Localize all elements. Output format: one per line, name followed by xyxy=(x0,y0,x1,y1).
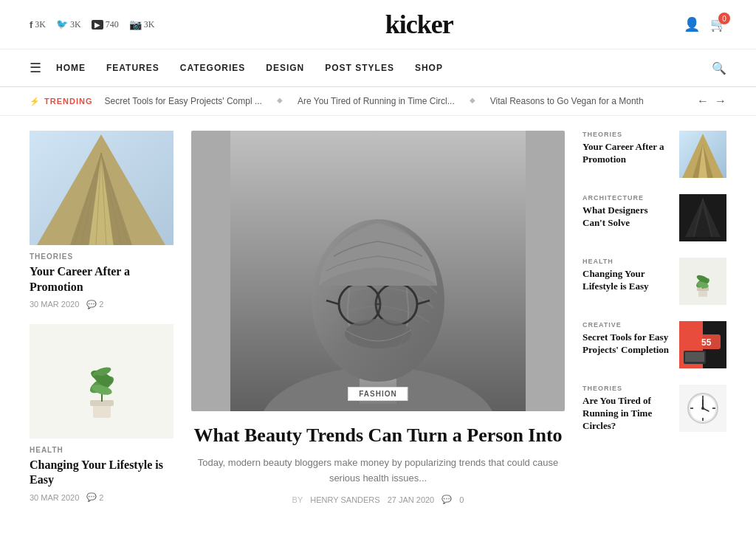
card-building-image xyxy=(30,131,173,245)
sidebar-thumb-3 xyxy=(679,258,726,305)
card-title-lifestyle[interactable]: Changing Your Lifestyle is Easy xyxy=(30,458,173,489)
center-column: FASHION What Beauty Trends Can Turn a Pe… xyxy=(191,131,565,517)
nav-home[interactable]: HOME xyxy=(56,63,86,73)
top-bar: f 3K 🐦 3K ▶ 740 📷 3K kicker 👤 🛒 0 xyxy=(0,0,756,49)
svg-point-29 xyxy=(340,285,379,323)
sidebar-card-text-3: HEALTH Changing Your Lifestyle is Easy xyxy=(583,258,672,293)
sidebar-card-career: THEORIES Your Career After a Promotion xyxy=(583,131,726,178)
sidebar-title-2[interactable]: What Designers Can't Solve xyxy=(583,204,672,230)
trending-sep-1: ◆ xyxy=(277,96,283,106)
sidebar-tag-5: THEORIES xyxy=(583,385,672,392)
comment-icon-2: 💬 xyxy=(86,492,97,502)
sidebar-title-3[interactable]: Changing Your Lifestyle is Easy xyxy=(583,268,672,293)
trending-prev-button[interactable]: ← xyxy=(697,94,709,108)
nav-design[interactable]: DESIGN xyxy=(266,63,304,73)
sidebar-tag-1: THEORIES xyxy=(583,131,672,138)
search-icon[interactable]: 🔍 xyxy=(712,61,726,75)
featured-title[interactable]: What Beauty Trends Can Turn a Person Int… xyxy=(191,423,565,448)
sidebar-card-creative: CREATIVE Secret Tools for Easy Projects'… xyxy=(583,321,726,368)
card-meta-1: 30 MAR 2020 💬 2 xyxy=(30,300,173,309)
sidebar-building-svg xyxy=(679,131,726,178)
trending-item-1[interactable]: Secret Tools for Easy Projects' Compl ..… xyxy=(104,96,261,106)
card-title-career[interactable]: Your Career After a Promotion xyxy=(30,264,173,295)
instagram-count: 3K xyxy=(144,19,155,30)
trending-text: TRENDING xyxy=(44,97,92,106)
featured-comments: 0 xyxy=(459,495,464,504)
card-comments-1: 💬 2 xyxy=(86,300,103,309)
trending-bar: ⚡ TRENDING Secret Tools for Easy Project… xyxy=(0,87,756,116)
sidebar-card-text-5: THEORIES Are You Tired of Running in Tim… xyxy=(583,385,672,433)
facebook-count: 3K xyxy=(35,19,46,30)
sidebar-card-architecture: ARCHITECTURE What Designers Can't Solve xyxy=(583,194,726,241)
card-tag-health-1: HEALTH xyxy=(30,446,173,454)
nav-post-styles[interactable]: POST STYLES xyxy=(325,63,394,73)
twitter-icon: 🐦 xyxy=(56,18,68,30)
sidebar-title-1[interactable]: Your Career After a Promotion xyxy=(583,141,672,166)
lightning-icon: ⚡ xyxy=(30,97,41,106)
clock-svg xyxy=(687,392,719,424)
user-icon[interactable]: 👤 xyxy=(684,16,700,32)
youtube-count: 740 xyxy=(106,19,119,30)
nav-bar: ☰ HOME FEATURES CATEGORIES DESIGN POST S… xyxy=(0,49,756,87)
social-facebook[interactable]: f 3K xyxy=(30,19,46,30)
by-label: BY xyxy=(292,495,303,504)
sidebar-dark-svg xyxy=(679,194,726,241)
card-career-promotion: THEORIES Your Career After a Promotion 3… xyxy=(30,131,173,309)
card-date-2: 30 MAR 2020 xyxy=(30,493,79,502)
facebook-icon: f xyxy=(30,19,32,30)
main-content: THEORIES Your Career After a Promotion 3… xyxy=(0,116,756,532)
sidebar-tools-svg: 55 xyxy=(679,321,726,368)
card-comments-2: 💬 2 xyxy=(86,492,103,502)
hamburger-menu[interactable]: ☰ xyxy=(30,60,41,76)
sidebar-thumb-4: 55 xyxy=(679,321,726,368)
trending-sep-2: ◆ xyxy=(470,96,475,106)
sidebar-tag-3: HEALTH xyxy=(583,258,672,265)
featured-author[interactable]: HENRY SANDERS xyxy=(310,495,379,504)
sidebar-title-5[interactable]: Are You Tired of Running in Time Circles… xyxy=(583,395,672,433)
comment-icon-featured: 💬 xyxy=(441,495,452,504)
twitter-count: 3K xyxy=(70,19,81,30)
sidebar-title-4[interactable]: Secret Tools for Easy Projects' Completi… xyxy=(583,331,672,357)
plant-svg xyxy=(72,337,131,425)
trending-navigation: ← → xyxy=(697,94,726,108)
trending-next-button[interactable]: → xyxy=(715,94,726,108)
trending-item-2[interactable]: Are You Tired of Running in Time Circl..… xyxy=(298,96,455,106)
card-date-1: 30 MAR 2020 xyxy=(30,300,79,309)
svg-point-61 xyxy=(701,407,704,410)
svg-text:55: 55 xyxy=(701,337,712,348)
featured-excerpt: Today, modern beauty bloggers make money… xyxy=(191,456,565,487)
featured-byline: BY HENRY SANDERS 27 JAN 2020 💬 0 xyxy=(191,495,565,504)
top-actions: 👤 🛒 0 xyxy=(684,16,726,32)
sidebar-thumb-2 xyxy=(679,194,726,241)
social-twitter[interactable]: 🐦 3K xyxy=(56,18,81,30)
featured-category-tag: FASHION xyxy=(348,387,408,401)
card-tag-theories-1: THEORIES xyxy=(30,252,173,261)
nav-categories[interactable]: CATEGORIES xyxy=(180,63,245,73)
featured-person-svg xyxy=(191,131,565,411)
featured-date: 27 JAN 2020 xyxy=(388,495,435,504)
sidebar-tag-4: CREATIVE xyxy=(583,321,672,329)
cart-button[interactable]: 🛒 0 xyxy=(710,16,726,32)
sidebar-card-theories: THEORIES Are You Tired of Running in Tim… xyxy=(583,385,726,433)
card-plant-image xyxy=(30,324,173,439)
cart-count-badge: 0 xyxy=(718,13,730,24)
featured-image: FASHION xyxy=(191,131,565,411)
trending-items: Secret Tools for Easy Projects' Compl ..… xyxy=(104,96,685,106)
sidebar-plant-svg xyxy=(690,263,716,300)
sidebar-card-text-2: ARCHITECTURE What Designers Can't Solve xyxy=(583,194,672,230)
comment-icon-1: 💬 xyxy=(86,300,97,309)
svg-point-30 xyxy=(377,285,416,323)
social-instagram[interactable]: 📷 3K xyxy=(129,18,155,31)
card-lifestyle: HEALTH Changing Your Lifestyle is Easy 3… xyxy=(30,324,173,503)
building-svg xyxy=(30,131,173,245)
nav-left: ☰ HOME FEATURES CATEGORIES DESIGN POST S… xyxy=(30,60,443,76)
svg-rect-52 xyxy=(685,352,704,362)
instagram-icon: 📷 xyxy=(129,18,142,31)
sidebar-tag-2: ARCHITECTURE xyxy=(583,194,672,202)
social-youtube[interactable]: ▶ 740 xyxy=(92,19,119,30)
site-logo[interactable]: kicker xyxy=(385,9,453,40)
nav-shop[interactable]: SHOP xyxy=(415,63,443,73)
sidebar-card-health: HEALTH Changing Your Lifestyle is Easy xyxy=(583,258,726,305)
nav-features[interactable]: FEATURES xyxy=(106,63,159,73)
trending-item-3[interactable]: Vital Reasons to Go Vegan for a Month xyxy=(490,96,644,106)
